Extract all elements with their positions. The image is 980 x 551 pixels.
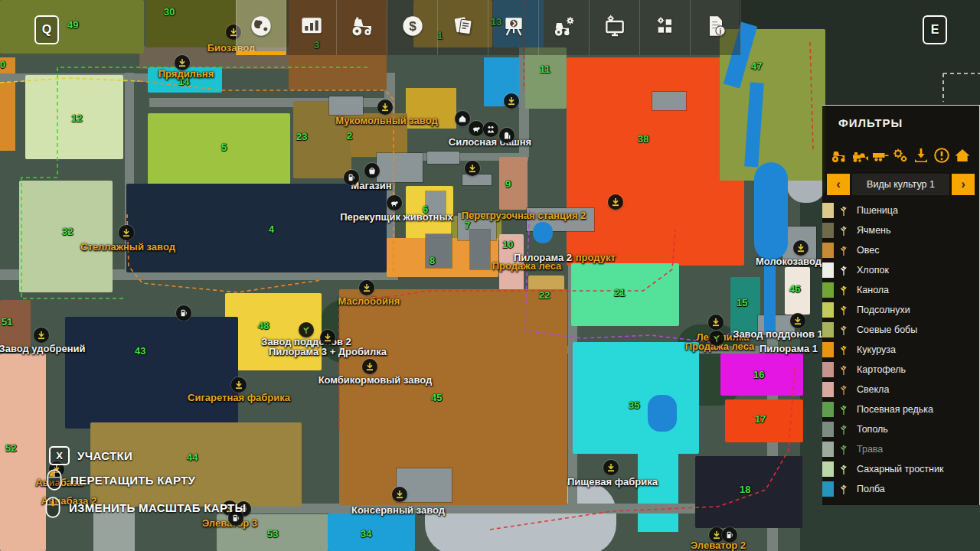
sell-point-icon[interactable] (231, 377, 247, 393)
toolbar-tab-info-document[interactable]: i (691, 0, 741, 55)
crop-icon (838, 324, 850, 336)
crop-color-stripe (822, 243, 834, 258)
plant-icon[interactable] (709, 331, 724, 346)
crop-legend-item[interactable]: Картофель (822, 360, 979, 380)
toolbar-tab-finances-dollar[interactable]: $ (387, 0, 438, 55)
toolbar-tab-screen-settings[interactable] (590, 0, 640, 55)
field-number-16: 16 (753, 370, 764, 380)
sell-point-icon[interactable] (790, 313, 805, 328)
map-label: Силосная башня (449, 137, 531, 147)
sell-point-icon[interactable] (359, 280, 374, 295)
building (462, 174, 492, 185)
map-label: Сигаретная фабрика (188, 393, 290, 403)
field-number-23: 23 (296, 132, 307, 142)
crop-label: Свекла (857, 384, 889, 395)
plant-icon[interactable] (299, 322, 314, 337)
sell-point-icon[interactable] (377, 99, 393, 115)
field-9[interactable] (499, 157, 528, 210)
map-label: Комбикормовый завод (318, 375, 433, 385)
toolbar-tab-vehicle-settings[interactable] (539, 0, 590, 55)
map-label: Перегрузочная станция 2 (462, 210, 586, 220)
sell-point-icon[interactable] (320, 330, 335, 345)
toolbar-tab-production-board[interactable] (488, 0, 539, 55)
toolbar-tab-vehicles-tractor[interactable] (337, 0, 387, 55)
field-4[interactable] (126, 184, 387, 272)
field-number-44: 44 (187, 452, 198, 462)
map-label: Мукомольный завод (335, 116, 437, 126)
water (533, 222, 553, 243)
sell-point-icon[interactable] (119, 225, 134, 240)
crop-legend-item[interactable]: Кукуруза (822, 340, 979, 360)
sell-point-icon[interactable] (362, 359, 377, 374)
toolbar-tab-modules-settings[interactable] (640, 0, 691, 55)
field-21[interactable] (571, 263, 679, 326)
crop-color-stripe (822, 461, 834, 477)
crop-icon (838, 403, 850, 416)
field-45[interactable] (339, 289, 567, 505)
crop-icon (838, 364, 850, 376)
map-label: Стеллажный завод (80, 242, 175, 252)
sell-point-icon[interactable] (504, 93, 519, 109)
crop-color-stripe (822, 362, 834, 377)
svg-text:i: i (719, 27, 721, 35)
sell-point-icon[interactable] (708, 315, 724, 330)
crop-legend-item[interactable]: Свекла (822, 380, 979, 399)
crop-legend-item[interactable]: Ячмень (822, 220, 979, 240)
tractor-icon[interactable] (830, 146, 848, 165)
crop-legend-item[interactable]: Посевная редька (822, 399, 979, 419)
field-number-53: 53 (267, 529, 278, 539)
field-number-49: 49 (67, 20, 78, 30)
crop-label: Кукуруза (857, 344, 896, 355)
filter-prev-button[interactable]: ‹ (827, 174, 850, 195)
silo-icon[interactable] (499, 128, 514, 143)
gears-icon[interactable] (891, 146, 910, 165)
house-icon[interactable] (953, 146, 972, 165)
fuel-icon[interactable] (176, 305, 191, 321)
toolbar-tab-map-globe[interactable] (236, 0, 286, 55)
field-number-21: 21 (614, 288, 625, 298)
crop-legend-item[interactable]: Подсолнухи (822, 300, 979, 320)
field-5[interactable] (148, 113, 290, 184)
field-number-46: 46 (789, 284, 800, 294)
crop-legend-item[interactable]: Полба (822, 479, 979, 499)
trailer-icon[interactable] (871, 146, 890, 165)
sell-point-icon[interactable] (175, 55, 190, 70)
map-label: Прядильня (158, 69, 214, 79)
toolbar-tab-stats-chart[interactable] (286, 0, 337, 55)
info-document-icon: i (704, 14, 728, 41)
field-11[interactable] (525, 47, 567, 109)
hotkey-e-label: E (931, 23, 939, 37)
toolbar-tab-contracts-notes[interactable] (438, 0, 488, 55)
shop-icon[interactable] (364, 163, 380, 178)
crop-icon (838, 443, 850, 455)
sell-point-icon[interactable] (793, 240, 808, 256)
unload-point-icon[interactable] (912, 146, 930, 165)
animal-icon[interactable] (387, 195, 402, 210)
crop-legend-item[interactable]: Сахарный тростник (822, 459, 979, 479)
crop-legend-item[interactable]: Трава (822, 439, 979, 459)
sell-point-icon[interactable] (392, 487, 407, 502)
fuel-icon[interactable] (722, 527, 737, 543)
house-icon[interactable] (455, 111, 470, 126)
field-35[interactable] (573, 342, 699, 454)
field-38[interactable] (567, 57, 744, 266)
crop-legend-item[interactable]: Овес (822, 240, 979, 260)
animal-icon[interactable] (469, 121, 484, 136)
fuel-icon[interactable] (344, 170, 359, 185)
crop-legend-item[interactable]: Пшеница (822, 201, 979, 220)
crop-icon (838, 483, 850, 495)
crop-legend-item[interactable]: Хлопок (822, 260, 979, 280)
crop-legend-item[interactable]: Тополь (822, 419, 979, 439)
sell-point-icon[interactable] (34, 328, 49, 343)
crop-legend-item[interactable]: Соевые бобы (822, 320, 979, 340)
field-43[interactable] (65, 317, 238, 429)
harvester-icon[interactable] (851, 146, 869, 165)
people-icon[interactable] (483, 122, 498, 137)
sell-point-icon[interactable] (603, 460, 619, 475)
warning-icon[interactable] (933, 146, 951, 165)
filter-next-button[interactable]: › (952, 174, 975, 195)
sell-point-icon[interactable] (465, 161, 480, 176)
sell-point-icon[interactable] (608, 194, 623, 210)
field-number-22: 22 (539, 290, 550, 300)
crop-legend-item[interactable]: Канола (822, 280, 979, 300)
